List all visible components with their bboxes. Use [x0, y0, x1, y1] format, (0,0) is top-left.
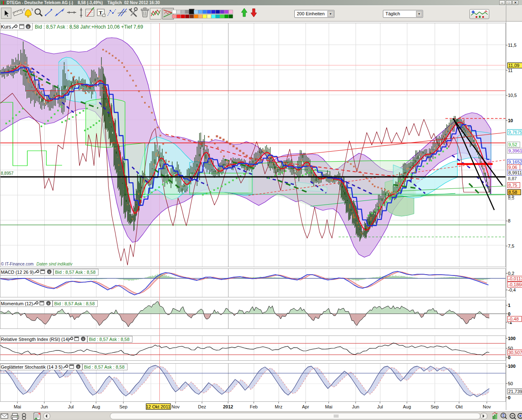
svg-text:Aug: Aug	[92, 404, 100, 409]
svg-text:Mai: Mai	[14, 404, 21, 409]
svg-text:Bid : 8,57 Ask : 8,58: Bid : 8,57 Ask : 8,58	[89, 337, 130, 342]
svg-text:50: 50	[508, 381, 513, 386]
svg-text:Apr: Apr	[302, 404, 309, 409]
svg-text:Bid : 8,57 Ask : 8,58 Jahr:+Ho: Bid : 8,57 Ask : 8,58 Jahr:+Hoch 10,06 +…	[35, 24, 143, 30]
svg-text:9,3961: 9,3961	[508, 148, 522, 153]
svg-text:Aug: Aug	[403, 404, 411, 409]
svg-text:-0,48: -0,48	[508, 316, 519, 321]
svg-text:x: x	[48, 302, 49, 305]
svg-text:8,75: 8,75	[508, 183, 517, 188]
svg-text:Feb: Feb	[250, 404, 258, 409]
svg-text:1: 1	[508, 303, 510, 308]
svg-text:11: 11	[508, 68, 512, 73]
svg-text:-0,0113: -0,0113	[508, 276, 522, 281]
svg-text:12 Okt 2011: 12 Okt 2011	[146, 404, 170, 409]
svg-text:30,507: 30,507	[508, 350, 522, 355]
svg-text:8,8957: 8,8957	[1, 171, 14, 176]
svg-text:7,5: 7,5	[508, 244, 514, 249]
svg-text:8,87: 8,87	[508, 176, 517, 181]
svg-text:8: 8	[508, 218, 510, 223]
svg-text:Jun: Jun	[41, 404, 48, 409]
svg-text:100: 100	[508, 336, 515, 341]
svg-text:0,2: 0,2	[508, 271, 514, 276]
svg-text:MACD (12 26 9): MACD (12 26 9)	[1, 270, 34, 275]
svg-text:8,5: 8,5	[508, 196, 514, 200]
svg-text:21,739: 21,739	[508, 389, 522, 394]
svg-text:8,9911: 8,9911	[508, 170, 522, 175]
svg-text:x: x	[48, 270, 50, 274]
svg-text:9,7675: 9,7675	[508, 130, 522, 135]
svg-text:Geglätteter Stochastik (14 3 5: Geglätteter Stochastik (14 3 5)	[1, 364, 63, 369]
svg-text:© IT-Finance.com: © IT-Finance.com	[1, 262, 34, 266]
svg-text:2012: 2012	[223, 404, 233, 409]
svg-text:11,5: 11,5	[508, 43, 517, 48]
svg-text:10: 10	[508, 118, 513, 123]
svg-text:Bid : 8,57 Ask : 8,58: Bid : 8,57 Ask : 8,58	[55, 270, 96, 275]
svg-text:Sep: Sep	[431, 404, 439, 409]
svg-text:Jul: Jul	[377, 404, 383, 409]
svg-text:0: 0	[508, 355, 510, 360]
svg-text:8,58: 8,58	[508, 190, 517, 195]
svg-text:Daten sind indikativ: Daten sind indikativ	[36, 262, 73, 266]
svg-text:x: x	[27, 25, 29, 29]
svg-text:Nov: Nov	[171, 404, 180, 409]
svg-text:Momentum (12): Momentum (12)	[1, 301, 33, 306]
svg-text:0: 0	[508, 311, 510, 316]
svg-text:Bid : 8,57 Ask : 8,58: Bid : 8,57 Ask : 8,58	[54, 301, 95, 306]
svg-text:Bid : 8,57 Ask : 8,58: Bid : 8,57 Ask : 8,58	[84, 364, 125, 369]
svg-text:Jun: Jun	[352, 404, 359, 409]
svg-text:-0,4: -0,4	[508, 287, 516, 292]
svg-text:Okt: Okt	[455, 404, 462, 409]
svg-text:Mai: Mai	[325, 404, 332, 409]
svg-text:Mrz: Mrz	[275, 404, 282, 409]
svg-text:100: 100	[508, 364, 515, 369]
svg-text:0: 0	[508, 395, 510, 400]
svg-text:Nov: Nov	[483, 404, 491, 409]
svg-text:Jul: Jul	[68, 404, 74, 409]
svg-text:x: x	[82, 337, 84, 341]
svg-text:Relative Strength Index (RSI): Relative Strength Index (RSI) (14)	[1, 337, 70, 342]
svg-text:9,1652: 9,1652	[508, 159, 522, 164]
svg-text:Kurs: Kurs	[1, 24, 11, 30]
svg-text:11,09: 11,09	[508, 63, 520, 68]
svg-text:10,5: 10,5	[508, 93, 517, 98]
svg-text:9,06: 9,06	[508, 165, 517, 170]
svg-text:-0,1866: -0,1866	[508, 282, 522, 287]
svg-text:9,52: 9,52	[508, 142, 517, 147]
svg-text:x: x	[77, 365, 79, 369]
svg-text:Sep: Sep	[119, 404, 127, 409]
svg-text:Dez: Dez	[198, 404, 206, 409]
